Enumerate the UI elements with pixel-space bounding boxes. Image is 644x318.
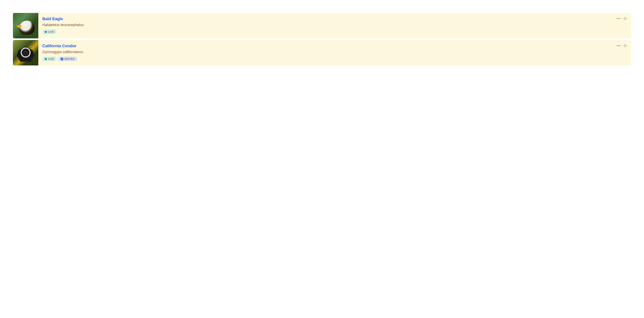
svg-point-7 [617, 45, 618, 46]
more-options-icon[interactable] [616, 17, 620, 21]
card-actions [616, 44, 627, 48]
item-thumbnail[interactable] [13, 40, 38, 65]
svg-point-2 [620, 18, 620, 19]
svg-point-9 [620, 45, 620, 46]
svg-point-4 [624, 18, 624, 19]
item-thumbnail[interactable] [13, 13, 38, 38]
dot-icon [45, 31, 47, 33]
badges-row: LIVE EDITED [42, 57, 627, 61]
badge-label: EDITED [64, 57, 75, 60]
svg-point-6 [625, 19, 626, 20]
svg-point-0 [617, 18, 618, 19]
svg-point-5 [626, 18, 626, 19]
badges-row: LIVE [42, 30, 627, 34]
status-badge-edited: EDITED [58, 57, 77, 61]
status-badge-live: LIVE [42, 57, 56, 61]
svg-point-12 [626, 45, 626, 46]
dot-icon [45, 58, 47, 60]
drag-handle-icon[interactable] [623, 44, 627, 48]
list-item: California Condor Gymnogyps californianu… [13, 40, 631, 65]
status-badge-live: LIVE [42, 30, 56, 34]
item-title-link[interactable]: California Condor [42, 44, 76, 48]
card-header: California Condor [42, 44, 627, 48]
svg-point-13 [625, 46, 626, 47]
card-list: Bald Eagle Haliaeetus leucocephalus [13, 13, 631, 65]
svg-point-11 [624, 45, 624, 46]
svg-point-10 [625, 44, 626, 45]
svg-point-1 [618, 18, 619, 19]
pencil-icon [60, 58, 63, 60]
item-subtitle: Haliaeetus leucocephalus [42, 23, 627, 27]
card-actions [616, 17, 627, 21]
drag-handle-icon[interactable] [623, 17, 627, 21]
svg-point-8 [618, 45, 619, 46]
card-header: Bald Eagle [42, 17, 627, 21]
list-item: Bald Eagle Haliaeetus leucocephalus [13, 13, 631, 38]
item-title-link[interactable]: Bald Eagle [42, 17, 63, 21]
card-content: Bald Eagle Haliaeetus leucocephalus [38, 13, 631, 38]
svg-point-3 [625, 17, 626, 18]
item-subtitle: Gymnogyps californianus [42, 50, 627, 54]
more-options-icon[interactable] [616, 44, 620, 48]
badge-label: LIVE [48, 57, 54, 60]
card-content: California Condor Gymnogyps californianu… [38, 40, 631, 65]
badge-label: LIVE [48, 30, 54, 33]
